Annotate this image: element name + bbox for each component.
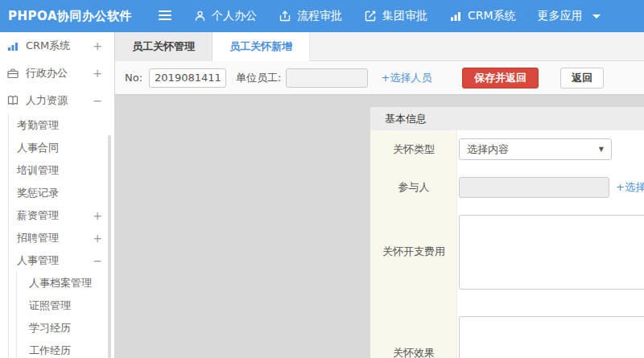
expand-plus-icon[interactable]: +	[93, 209, 102, 222]
nav-item-label: 集团审批	[382, 9, 427, 23]
no-input[interactable]	[149, 68, 226, 88]
hamburger-menu-button[interactable]	[158, 9, 172, 24]
unit-employee-input[interactable]	[286, 68, 368, 88]
sidebar-item-attendance[interactable]: 考勤管理	[9, 114, 114, 137]
sidebar-item-label: 人事管理	[17, 253, 59, 268]
sidebar-item-crm[interactable]: CRM系统 +	[0, 32, 114, 60]
process-approval-icon	[279, 10, 291, 23]
sidebar-item-label: 证照管理	[29, 298, 71, 313]
unit-employee-label: 单位员工:	[236, 71, 281, 85]
care-type-select[interactable]: 选择内容 ▼	[459, 138, 612, 160]
select-person-link[interactable]: +选择人员	[381, 71, 431, 85]
sidebar-item-label: 考勤管理	[17, 118, 59, 133]
nav-item-personal-office[interactable]: 个人办公	[194, 9, 257, 23]
return-button[interactable]: 返回	[560, 68, 604, 88]
sidebar-item-label: CRM系统	[26, 39, 70, 53]
sidebar-item-label: 薪资管理	[17, 208, 59, 223]
sidebar-item-label: 行政办公	[26, 66, 68, 80]
toolbar: No: 单位员工: +选择人员 保存并返回 返回	[115, 61, 644, 95]
select-value: 选择内容	[467, 143, 509, 155]
sidebar-item-label: 招聘管理	[17, 231, 59, 245]
nav-item-label: CRM系统	[468, 9, 516, 23]
save-and-return-button[interactable]: 保存并返回	[462, 68, 539, 88]
app-window: PHPOA协同办公软件 个人办公 流程审批 集团审批	[0, 0, 644, 358]
sidebar-item-salary[interactable]: 薪资管理 +	[9, 204, 114, 227]
edit-square-icon	[364, 10, 377, 23]
collapse-minus-icon[interactable]: −	[93, 254, 102, 267]
sidebar-item-education-history[interactable]: 学习经历	[17, 317, 114, 339]
basic-info-panel: 基本信息 关怀类型 选择内容 ▼ 参与人	[370, 107, 644, 358]
sidebar-item-rewards[interactable]: 奖惩记录	[9, 182, 114, 204]
sidebar-submenu-personnel: 人事档案管理 证照管理 学习经历 工作经历	[16, 272, 114, 358]
care-effect-textarea[interactable]	[459, 316, 644, 358]
care-expense-textarea[interactable]	[459, 215, 644, 290]
caret-down-icon: ▼	[599, 139, 604, 159]
sidebar-item-label: 工作经历	[29, 344, 71, 358]
expand-plus-icon[interactable]: +	[93, 39, 102, 52]
sidebar-item-personnel-files[interactable]: 人事档案管理	[17, 272, 114, 294]
sidebar-item-label: 奖惩记录	[17, 186, 59, 200]
expand-plus-icon[interactable]: +	[93, 67, 102, 80]
sidebar-item-certificates[interactable]: 证照管理	[17, 294, 114, 317]
tab-bar: 员工关怀管理 员工关怀新增	[115, 32, 644, 61]
sidebar-item-label: 人事档案管理	[29, 276, 92, 290]
sidebar-scrollbar[interactable]	[108, 135, 111, 358]
no-label: No:	[125, 72, 142, 84]
participants-label: 参与人	[370, 180, 457, 195]
content-area: 基本信息 关怀类型 选择内容 ▼ 参与人	[115, 96, 644, 358]
sidebar-item-hr[interactable]: 人力资源 −	[0, 87, 114, 114]
sidebar-item-recruitment[interactable]: 招聘管理 +	[9, 227, 114, 249]
nav-item-more-apps[interactable]: 更多应用	[538, 9, 601, 23]
bar-chart-icon	[6, 39, 19, 52]
nav-item-group-approval[interactable]: 集团审批	[364, 9, 427, 23]
top-navbar: PHPOA协同办公软件 个人办公 流程审批 集团审批	[0, 0, 644, 32]
sidebar-submenu-hr: 考勤管理 人事合同 培训管理 奖惩记录 薪资管理 + 招聘管理 + 人事管理 −	[8, 114, 114, 358]
care-expense-label: 关怀开支费用	[370, 245, 457, 259]
sidebar-item-label: 培训管理	[17, 163, 59, 178]
collapse-minus-icon[interactable]: −	[93, 94, 102, 107]
form-body: 关怀类型 选择内容 ▼ 参与人 +选择人员	[370, 130, 644, 358]
form-row-care-type: 关怀类型 选择内容 ▼	[370, 130, 644, 168]
form-row-participants: 参与人 +选择人员	[370, 168, 644, 207]
hamburger-icon	[158, 9, 172, 24]
user-icon	[194, 10, 206, 23]
sidebar-item-personnel[interactable]: 人事管理 −	[9, 249, 114, 272]
care-type-label: 关怀类型	[370, 142, 457, 157]
app-logo: PHPOA协同办公软件	[8, 9, 132, 24]
nav-item-label: 更多应用	[538, 9, 583, 23]
sidebar-item-label: 人事合同	[17, 141, 59, 155]
form-row-care-expense: 关怀开支费用	[370, 207, 644, 297]
sidebar-item-label: 人力资源	[26, 93, 68, 108]
sidebar-item-work-history[interactable]: 工作经历	[17, 339, 114, 358]
care-effect-label: 关怀效果	[370, 346, 457, 358]
sidebar-item-training[interactable]: 培训管理	[9, 159, 114, 182]
nav-item-label: 个人办公	[212, 9, 257, 23]
nav-item-crm-system[interactable]: CRM系统	[449, 9, 516, 23]
select-participants-link[interactable]: +选择人员	[616, 180, 644, 195]
sidebar-item-label: 学习经历	[29, 321, 71, 335]
nav-item-process-approval[interactable]: 流程审批	[279, 9, 342, 23]
sidebar-item-hr-contract[interactable]: 人事合同	[9, 137, 114, 159]
caret-down-icon	[592, 14, 601, 19]
participants-input[interactable]	[459, 177, 609, 198]
tab-employee-care-management[interactable]: 员工关怀管理	[115, 32, 213, 61]
form-row-care-effect: 关怀效果	[370, 297, 644, 358]
sidebar-item-admin-office[interactable]: 行政办公 +	[0, 60, 114, 87]
book-icon	[6, 94, 19, 107]
expand-plus-icon[interactable]: +	[93, 232, 102, 245]
section-title: 基本信息	[370, 107, 644, 130]
nav-item-label: 流程审批	[297, 9, 342, 23]
main-area: 员工关怀管理 员工关怀新增 No: 单位员工: +选择人员 保存并返回 返回 基…	[115, 32, 644, 358]
bar-chart-icon	[449, 10, 462, 23]
tab-employee-care-new[interactable]: 员工关怀新增	[213, 32, 310, 61]
briefcase-icon	[6, 67, 19, 80]
sidebar-menu: CRM系统 + 行政办公 + 人力资源 − 考勤管理 人事合同	[0, 32, 115, 358]
